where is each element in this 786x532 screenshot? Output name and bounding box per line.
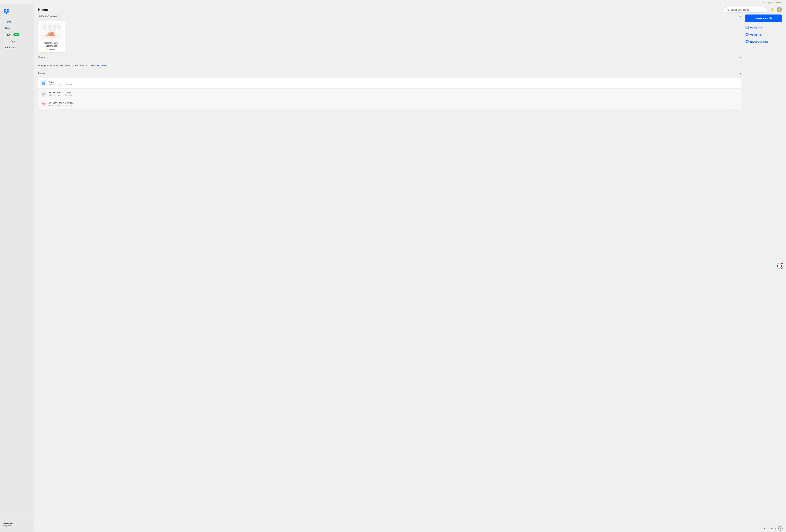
upload-files-link[interactable]: Upload files: [745, 24, 782, 31]
recent-list: Apps Added 5 days ago · Dropbox ···: [38, 78, 741, 109]
apps-name: Apps: [49, 81, 733, 83]
starred-hide-button[interactable]: Hide: [737, 56, 741, 58]
svg-point-5: [53, 25, 56, 28]
apps-info: Apps Added 5 days ago · Dropbox: [49, 81, 733, 86]
content-header: Home 🔍 🔔 😐: [34, 4, 786, 15]
topbar: ★ Upgrade account: [0, 0, 786, 4]
recent-section-title: Recent: [38, 72, 45, 75]
file-location-text: Dropbox: [49, 48, 56, 50]
svg-point-4: [48, 25, 51, 28]
svg-point-3: [43, 25, 46, 28]
suggested-section-header: Suggested for you ⓘ Hide: [38, 15, 741, 19]
right-column: Create new file Upload files: [745, 15, 782, 521]
task-notification[interactable]: [777, 263, 783, 269]
bottom-more-button[interactable]: ···: [764, 527, 766, 530]
sidebar-account: Personal Only you ⌃: [0, 519, 34, 529]
sidebar-item-showcase[interactable]: Showcase: [1, 44, 32, 51]
sidebar-logo: [0, 7, 34, 19]
apps-folder-icon: [41, 80, 47, 86]
sidebar-item-home[interactable]: Home: [1, 19, 32, 25]
suggested-section-title: Suggested for you ⓘ: [38, 15, 60, 18]
recent-item-apps[interactable]: Apps Added 5 days ago · Dropbox ···: [38, 78, 741, 89]
recent-section-header: Recent Hide: [38, 72, 741, 76]
link-meta: Added 5 days ago · Dropbox: [49, 94, 733, 96]
sidebar: Home Files Paper New HelloSign Showcase …: [0, 4, 34, 532]
svg-point-21: [779, 265, 782, 267]
svg-point-14: [48, 31, 54, 35]
header-right: 🔍 🔔 😐: [723, 7, 782, 13]
search-icon: 🔍: [726, 8, 729, 11]
upload-files-icon: [745, 26, 748, 29]
account-chevron-icon[interactable]: ⌃: [29, 523, 30, 526]
starred-section-title: Starred: [38, 56, 46, 58]
avatar-icon: 😐: [777, 7, 782, 13]
pdf-icon: PDF: [41, 101, 47, 107]
pdf-name: Get Started with Dropbo...: [49, 101, 733, 104]
upgrade-label: Upgrade account: [766, 1, 783, 4]
file-name: Get Started w... Dropbox.pdf: [40, 42, 63, 47]
svg-rect-7: [43, 28, 46, 29]
sidebar-item-files[interactable]: Files: [1, 25, 32, 31]
recent-item-link[interactable]: Get Started with Dropbo... Added 5 days …: [38, 89, 741, 99]
action-list: Upload files Upload folder: [745, 24, 782, 45]
account-sub: Only you: [3, 525, 13, 527]
svg-text:😐: 😐: [778, 8, 781, 11]
notification-button[interactable]: 🔔: [769, 7, 775, 12]
link-icon: [41, 91, 47, 97]
pdf-info: Get Started with Dropbo... Added 5 days …: [49, 101, 733, 106]
checkmark-icon: [779, 265, 782, 267]
main-content: Home 🔍 🔔 😐: [34, 4, 786, 532]
suggested-hide-button[interactable]: Hide: [737, 15, 741, 17]
main-layout: Home Files Paper New HelloSign Showcase …: [0, 4, 786, 532]
sidebar-item-files-label: Files: [5, 27, 10, 30]
search-input[interactable]: [731, 8, 765, 11]
suggested-section: Suggested for you ⓘ Hide: [38, 15, 741, 52]
suggested-grid: Get Started w... Dropbox.pdf 📁 Dropbox: [38, 21, 741, 52]
bottom-bar: ··· Privacy ?: [34, 525, 786, 532]
upgrade-link[interactable]: ★ Upgrade account: [763, 1, 783, 4]
learn-more-link[interactable]: Learn more: [95, 64, 107, 67]
link-more-button[interactable]: ···: [735, 92, 739, 96]
new-shared-folder-link[interactable]: New shared folder: [745, 38, 782, 45]
sidebar-item-paper[interactable]: Paper New: [1, 31, 32, 38]
left-column: Suggested for you ⓘ Hide: [38, 15, 741, 521]
starred-section: Starred Hide When you star items, they'l…: [38, 56, 741, 69]
account-name: Personal: [3, 522, 13, 525]
sidebar-item-showcase-label: Showcase: [5, 46, 16, 49]
svg-rect-9: [53, 28, 56, 29]
avatar[interactable]: 😐: [777, 7, 782, 13]
sidebar-item-home-label: Home: [5, 20, 11, 23]
file-location: 📁 Dropbox: [46, 48, 56, 50]
svg-point-6: [57, 25, 60, 28]
content-body: Suggested for you ⓘ Hide: [34, 15, 786, 525]
starred-section-header: Starred Hide: [38, 56, 741, 60]
link-info: Get Started with Dropbo... Added 5 days …: [49, 91, 733, 96]
pdf-meta: Added 5 days ago · Dropbox: [49, 104, 733, 106]
pdf-more-button[interactable]: ···: [735, 102, 739, 106]
create-new-file-button[interactable]: Create new file: [745, 15, 782, 22]
sidebar-item-paper-label: Paper: [5, 33, 11, 36]
svg-point-20: [747, 42, 747, 42]
recent-item-pdf[interactable]: PDF Get Started with Dropbo... Added 5 d…: [38, 99, 741, 109]
apps-meta: Added 5 days ago · Dropbox: [49, 83, 733, 86]
apps-more-button[interactable]: ···: [735, 81, 739, 86]
upload-folder-icon: [745, 33, 748, 37]
folder-icon: 📁: [46, 48, 49, 50]
svg-rect-8: [48, 28, 51, 29]
info-icon[interactable]: ⓘ: [58, 15, 60, 18]
sidebar-item-hellosign[interactable]: HelloSign: [1, 38, 32, 44]
page-title: Home: [38, 7, 48, 12]
recent-hide-button[interactable]: Hide: [737, 72, 741, 74]
dropbox-logo-icon: [3, 8, 9, 14]
svg-rect-10: [57, 28, 61, 29]
search-bar: 🔍: [723, 7, 767, 13]
svg-rect-15: [46, 29, 56, 30]
paper-new-badge: New: [14, 33, 19, 36]
suggested-file-card[interactable]: Get Started w... Dropbox.pdf 📁 Dropbox: [38, 21, 65, 52]
help-button[interactable]: ?: [778, 526, 783, 531]
upload-folder-link[interactable]: Upload folder: [745, 31, 782, 38]
privacy-link[interactable]: Privacy: [769, 527, 776, 530]
sidebar-nav: Home Files Paper New HelloSign Showcase: [0, 19, 34, 519]
sidebar-item-hellosign-label: HelloSign: [5, 40, 16, 43]
file-thumbnail: [40, 23, 62, 40]
